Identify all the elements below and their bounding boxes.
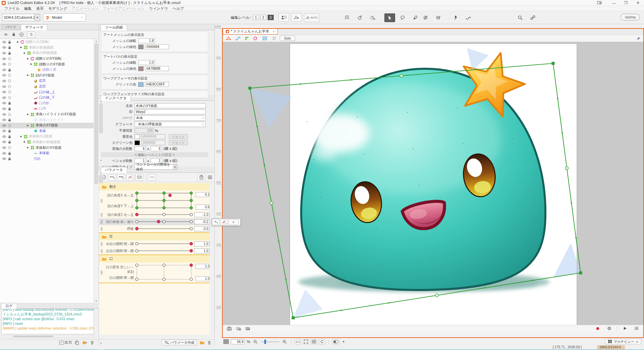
tab-parameters[interactable]: パラメータ	[101, 167, 127, 173]
parameter-value-input[interactable]: 0.2	[196, 192, 210, 197]
eye-icon[interactable]	[2, 101, 6, 105]
unlock-circle-icon[interactable]	[7, 84, 12, 89]
parameter-slider[interactable]	[135, 219, 193, 225]
tree-item-9[interactable]: 口の線_上	[0, 89, 94, 95]
eye-icon[interactable]	[2, 134, 6, 139]
parameter-value-input[interactable]: -0.2	[194, 219, 210, 224]
tab-tool-detail[interactable]: ツール詳細	[101, 24, 127, 30]
solo-button[interactable]: Solo	[280, 36, 295, 41]
tree-item-3[interactable]: 頭飾りのXY回転	[0, 56, 94, 62]
expand-arrow-icon[interactable]	[29, 62, 33, 66]
remove-key-button[interactable]	[220, 219, 228, 225]
link-icon[interactable]	[99, 242, 104, 246]
tree-item-7[interactable]: 右目	[0, 78, 94, 84]
link-icon[interactable]	[527, 13, 538, 22]
keyform-grid-button[interactable]	[135, 174, 143, 181]
menu-item-5[interactable]: フォームアニメーション	[101, 6, 147, 11]
param-menu-icon[interactable]	[208, 175, 212, 179]
snapshot-camera-icon[interactable]	[225, 326, 233, 331]
parameter-row-目-0[interactable]: 右目の開閉 閉⇔開1.0	[99, 240, 210, 247]
sdk-version-select[interactable]: SDK4.2/Cubism4.2▼	[2, 14, 40, 21]
show-warp-deformer-icon[interactable]	[244, 36, 251, 41]
lock-icon[interactable]	[7, 151, 12, 156]
multiply-color-input[interactable]: #FFFFFF	[141, 134, 165, 139]
lock-icon[interactable]	[7, 134, 12, 139]
close-document-icon[interactable]: ×	[273, 30, 275, 34]
glue-tool-button[interactable]	[420, 13, 431, 22]
grid-color-input[interactable]: #4E9CC6FF	[145, 82, 169, 87]
parameter-pad-row-動き[interactable]: 頭の角度X 右⇔左頭の角度Y 下⇔上0.20.6	[99, 190, 210, 211]
collapse-all-icon[interactable]	[19, 32, 24, 37]
lock-icon[interactable]	[7, 40, 12, 44]
zoom-out-icon[interactable]	[252, 339, 259, 344]
zoom-input[interactable]: 56.9	[231, 339, 245, 344]
link-icon[interactable]	[99, 249, 104, 253]
show-artmesh-icon[interactable]	[225, 36, 232, 41]
eye-icon[interactable]	[2, 45, 6, 50]
unlock-circle-icon[interactable]	[7, 96, 12, 100]
eye-icon[interactable]	[2, 40, 6, 44]
parameter-slider[interactable]	[135, 212, 193, 218]
eye-icon[interactable]	[2, 157, 6, 161]
eye-icon[interactable]	[2, 79, 6, 83]
menu-item-2[interactable]: 表示	[34, 6, 46, 11]
eye-icon[interactable]	[2, 145, 6, 150]
mesh-edit-button[interactable]	[291, 13, 302, 22]
eye-icon[interactable]	[3, 33, 8, 37]
parameter-row-動き-2[interactable]: 頭の前後 前⇔後ろ-0.2	[99, 218, 210, 225]
copy-log-icon[interactable]	[75, 340, 79, 345]
show-bounding-box-icon[interactable]	[261, 36, 268, 41]
lock-icon[interactable]	[7, 68, 12, 72]
clipboard-icon[interactable]	[197, 174, 205, 181]
link-icon[interactable]	[99, 213, 104, 217]
canvas-viewport[interactable]	[223, 42, 643, 325]
tree-item-8[interactable]: 左目	[0, 84, 94, 90]
edit-level-2[interactable]: 2	[260, 15, 266, 20]
tree-item-14[interactable]: 本体ハイライト	[0, 117, 94, 123]
log-output-checkbox[interactable]: ✓出力	[59, 340, 72, 345]
zoom-in-icon[interactable]	[281, 339, 288, 344]
background-color-swatch[interactable]	[223, 339, 229, 344]
tree-item-18[interactable]: 本体影の前後曲面	[0, 139, 94, 145]
parameter-dots-button[interactable]	[148, 174, 156, 181]
rotate-canvas-icon[interactable]	[319, 339, 325, 344]
keyform-dropdown-button[interactable]: ▼	[228, 219, 238, 225]
magnifier-icon[interactable]	[515, 13, 525, 22]
delete-parameter-trash-icon[interactable]	[207, 340, 211, 345]
parameter-value-input[interactable]: 0.6	[196, 205, 210, 210]
lock-icon[interactable]	[7, 107, 12, 111]
artpath-edit-tool-button[interactable]	[463, 13, 474, 22]
parameter-group-2[interactable]: 口	[99, 255, 210, 262]
divisions-y-input[interactable]: 6	[151, 146, 162, 151]
expand-arrow-icon[interactable]	[19, 135, 23, 138]
expand-arrow-icon[interactable]	[26, 57, 30, 61]
lasso-select-tool-button[interactable]	[397, 13, 408, 22]
show-grid-icon[interactable]	[270, 36, 278, 41]
multiply-reset-button[interactable]: リセット	[169, 134, 188, 139]
create-folder-icon[interactable]	[200, 340, 205, 345]
show-rotation-deformer-icon[interactable]	[252, 36, 259, 41]
mesh-auto-button[interactable]: AUTO	[304, 13, 319, 22]
eye-icon[interactable]	[2, 151, 6, 156]
close-button[interactable]: ✕	[632, 0, 644, 6]
parameter-pad[interactable]	[135, 191, 193, 211]
grid-color-swatch[interactable]	[138, 82, 144, 87]
tree-item-12[interactable]: 口内	[0, 106, 94, 112]
document-tab[interactable]: * スライムちゃんお手本 ×	[223, 28, 278, 35]
timeline-list-icon[interactable]	[633, 326, 640, 331]
lock-icon[interactable]	[7, 118, 12, 122]
lock-icon[interactable]	[12, 32, 16, 37]
add-keyform-2point-button[interactable]	[108, 174, 116, 181]
tree-item-15[interactable]: 本体のXY曲面	[0, 123, 94, 128]
parameter-value-input[interactable]: -1.0	[194, 212, 210, 217]
tree-item-4[interactable]: 頭飾りのXY曲面	[0, 61, 94, 67]
menu-item-3[interactable]: モデリング	[46, 6, 69, 11]
eye-icon[interactable]	[2, 123, 6, 128]
workspace-select[interactable]: Model ˅	[43, 13, 86, 21]
multiview-button[interactable]: マルチビュー ▲	[605, 339, 641, 344]
lock-icon[interactable]	[7, 140, 12, 144]
parameter-value-input[interactable]: 1.0	[196, 276, 210, 281]
rotation-deformer-tool-button[interactable]	[354, 13, 365, 22]
edit-level-3[interactable]: 3	[268, 15, 274, 20]
expand-arrow-icon[interactable]	[22, 140, 26, 144]
